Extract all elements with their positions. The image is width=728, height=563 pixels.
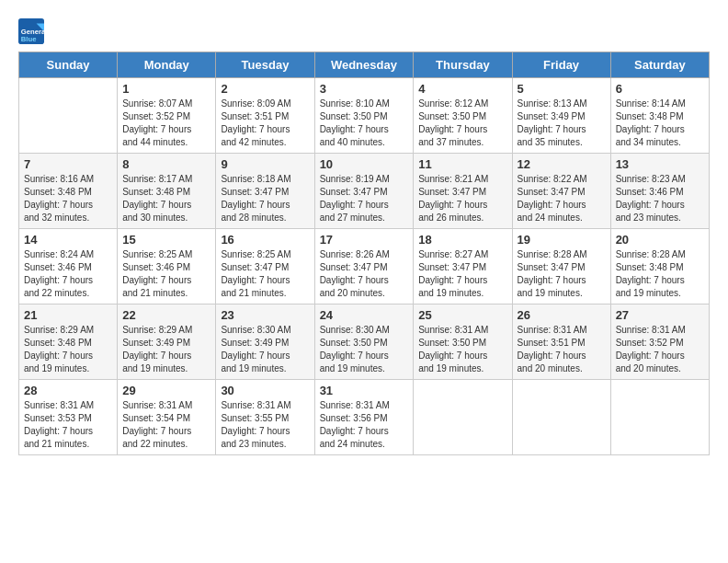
day-info: Sunrise: 8:31 AMSunset: 3:52 PMDaylight:… <box>616 324 704 375</box>
logo: General Blue <box>18 18 46 44</box>
day-number: 21 <box>24 308 112 322</box>
day-cell: 17Sunrise: 8:26 AMSunset: 3:47 PMDayligh… <box>314 229 414 304</box>
day-number: 10 <box>320 157 409 171</box>
day-number: 25 <box>418 308 506 322</box>
day-cell: 26Sunrise: 8:31 AMSunset: 3:51 PMDayligh… <box>512 304 610 380</box>
day-info: Sunrise: 8:31 AMSunset: 3:51 PMDaylight:… <box>518 324 606 375</box>
day-info: Sunrise: 8:29 AMSunset: 3:49 PMDaylight:… <box>122 324 210 375</box>
day-number: 11 <box>418 157 506 171</box>
day-cell: 14Sunrise: 8:24 AMSunset: 3:46 PMDayligh… <box>19 229 118 304</box>
day-cell: 12Sunrise: 8:22 AMSunset: 3:47 PMDayligh… <box>512 154 610 229</box>
day-header-monday: Monday <box>118 52 216 78</box>
day-cell: 27Sunrise: 8:31 AMSunset: 3:52 PMDayligh… <box>610 304 709 380</box>
day-info: Sunrise: 8:10 AMSunset: 3:50 PMDaylight:… <box>320 98 409 149</box>
day-cell: 15Sunrise: 8:25 AMSunset: 3:46 PMDayligh… <box>118 229 216 304</box>
day-header-tuesday: Tuesday <box>216 52 314 78</box>
day-number: 24 <box>320 308 409 322</box>
day-number: 31 <box>320 384 409 397</box>
day-info: Sunrise: 8:12 AMSunset: 3:50 PMDaylight:… <box>418 98 506 149</box>
day-info: Sunrise: 8:24 AMSunset: 3:46 PMDaylight:… <box>24 248 112 300</box>
day-info: Sunrise: 8:22 AMSunset: 3:47 PMDaylight:… <box>518 173 606 224</box>
day-cell <box>512 380 610 455</box>
svg-text:General: General <box>21 28 44 36</box>
day-cell: 3Sunrise: 8:10 AMSunset: 3:50 PMDaylight… <box>314 78 414 154</box>
day-number: 1 <box>122 82 210 96</box>
day-info: Sunrise: 8:30 AMSunset: 3:49 PMDaylight:… <box>221 324 309 375</box>
day-number: 16 <box>221 233 309 247</box>
calendar-body: 1Sunrise: 8:07 AMSunset: 3:52 PMDaylight… <box>19 78 710 455</box>
week-row-1: 1Sunrise: 8:07 AMSunset: 3:52 PMDaylight… <box>19 78 710 154</box>
day-info: Sunrise: 8:28 AMSunset: 3:48 PMDaylight:… <box>616 248 704 300</box>
day-cell: 11Sunrise: 8:21 AMSunset: 3:47 PMDayligh… <box>414 154 512 229</box>
day-number: 28 <box>24 384 112 397</box>
day-info: Sunrise: 8:31 AMSunset: 3:55 PMDaylight:… <box>221 399 309 451</box>
day-number: 2 <box>221 82 309 96</box>
day-cell <box>414 380 512 455</box>
day-cell: 20Sunrise: 8:28 AMSunset: 3:48 PMDayligh… <box>610 229 709 304</box>
day-info: Sunrise: 8:31 AMSunset: 3:54 PMDaylight:… <box>122 399 210 451</box>
day-cell: 30Sunrise: 8:31 AMSunset: 3:55 PMDayligh… <box>216 380 314 455</box>
header: General Blue <box>18 18 710 44</box>
day-cell: 24Sunrise: 8:30 AMSunset: 3:50 PMDayligh… <box>314 304 414 380</box>
day-info: Sunrise: 8:17 AMSunset: 3:48 PMDaylight:… <box>122 173 210 224</box>
header-row: SundayMondayTuesdayWednesdayThursdayFrid… <box>19 52 710 78</box>
day-info: Sunrise: 8:30 AMSunset: 3:50 PMDaylight:… <box>320 324 409 375</box>
calendar-table: SundayMondayTuesdayWednesdayThursdayFrid… <box>18 52 710 455</box>
day-cell: 4Sunrise: 8:12 AMSunset: 3:50 PMDaylight… <box>414 78 512 154</box>
day-number: 15 <box>122 233 210 247</box>
day-number: 7 <box>24 157 112 171</box>
day-info: Sunrise: 8:13 AMSunset: 3:49 PMDaylight:… <box>518 98 606 149</box>
day-info: Sunrise: 8:09 AMSunset: 3:51 PMDaylight:… <box>221 98 309 149</box>
day-cell: 28Sunrise: 8:31 AMSunset: 3:53 PMDayligh… <box>19 380 118 455</box>
day-number: 6 <box>616 82 704 96</box>
day-info: Sunrise: 8:29 AMSunset: 3:48 PMDaylight:… <box>24 324 112 375</box>
calendar-header: SundayMondayTuesdayWednesdayThursdayFrid… <box>19 52 710 78</box>
day-info: Sunrise: 8:16 AMSunset: 3:48 PMDaylight:… <box>24 173 112 224</box>
day-cell: 2Sunrise: 8:09 AMSunset: 3:51 PMDaylight… <box>216 78 314 154</box>
day-cell: 7Sunrise: 8:16 AMSunset: 3:48 PMDaylight… <box>19 154 118 229</box>
day-cell: 23Sunrise: 8:30 AMSunset: 3:49 PMDayligh… <box>216 304 314 380</box>
day-info: Sunrise: 8:19 AMSunset: 3:47 PMDaylight:… <box>320 173 409 224</box>
day-cell: 6Sunrise: 8:14 AMSunset: 3:48 PMDaylight… <box>610 78 709 154</box>
day-number: 9 <box>221 157 309 171</box>
day-info: Sunrise: 8:31 AMSunset: 3:50 PMDaylight:… <box>418 324 506 375</box>
week-row-3: 14Sunrise: 8:24 AMSunset: 3:46 PMDayligh… <box>19 229 710 304</box>
day-cell: 21Sunrise: 8:29 AMSunset: 3:48 PMDayligh… <box>19 304 118 380</box>
day-header-wednesday: Wednesday <box>314 52 414 78</box>
day-cell: 29Sunrise: 8:31 AMSunset: 3:54 PMDayligh… <box>118 380 216 455</box>
day-info: Sunrise: 8:07 AMSunset: 3:52 PMDaylight:… <box>122 98 210 149</box>
day-info: Sunrise: 8:25 AMSunset: 3:47 PMDaylight:… <box>221 248 309 300</box>
day-number: 5 <box>518 82 606 96</box>
day-number: 13 <box>616 157 704 171</box>
day-number: 23 <box>221 308 309 322</box>
page-container: General Blue SundayMondayTuesdayWednesda… <box>18 18 710 455</box>
day-info: Sunrise: 8:31 AMSunset: 3:53 PMDaylight:… <box>24 399 112 451</box>
day-info: Sunrise: 8:18 AMSunset: 3:47 PMDaylight:… <box>221 173 309 224</box>
day-cell: 8Sunrise: 8:17 AMSunset: 3:48 PMDaylight… <box>118 154 216 229</box>
day-cell: 19Sunrise: 8:28 AMSunset: 3:47 PMDayligh… <box>512 229 610 304</box>
day-cell: 18Sunrise: 8:27 AMSunset: 3:47 PMDayligh… <box>414 229 512 304</box>
day-cell <box>19 78 118 154</box>
day-number: 19 <box>518 233 606 247</box>
day-cell: 10Sunrise: 8:19 AMSunset: 3:47 PMDayligh… <box>314 154 414 229</box>
day-header-sunday: Sunday <box>19 52 118 78</box>
day-cell: 16Sunrise: 8:25 AMSunset: 3:47 PMDayligh… <box>216 229 314 304</box>
day-number: 22 <box>122 308 210 322</box>
day-info: Sunrise: 8:14 AMSunset: 3:48 PMDaylight:… <box>616 98 704 149</box>
day-cell: 5Sunrise: 8:13 AMSunset: 3:49 PMDaylight… <box>512 78 610 154</box>
day-cell: 25Sunrise: 8:31 AMSunset: 3:50 PMDayligh… <box>414 304 512 380</box>
day-cell: 31Sunrise: 8:31 AMSunset: 3:56 PMDayligh… <box>314 380 414 455</box>
day-info: Sunrise: 8:21 AMSunset: 3:47 PMDaylight:… <box>418 173 506 224</box>
day-number: 14 <box>24 233 112 247</box>
day-info: Sunrise: 8:26 AMSunset: 3:47 PMDaylight:… <box>320 248 409 300</box>
day-number: 3 <box>320 82 409 96</box>
week-row-5: 28Sunrise: 8:31 AMSunset: 3:53 PMDayligh… <box>19 380 710 455</box>
day-number: 29 <box>122 384 210 397</box>
day-number: 18 <box>418 233 506 247</box>
day-cell: 9Sunrise: 8:18 AMSunset: 3:47 PMDaylight… <box>216 154 314 229</box>
day-info: Sunrise: 8:25 AMSunset: 3:46 PMDaylight:… <box>122 248 210 300</box>
day-number: 12 <box>518 157 606 171</box>
day-info: Sunrise: 8:28 AMSunset: 3:47 PMDaylight:… <box>518 248 606 300</box>
day-cell <box>610 380 709 455</box>
day-number: 26 <box>518 308 606 322</box>
